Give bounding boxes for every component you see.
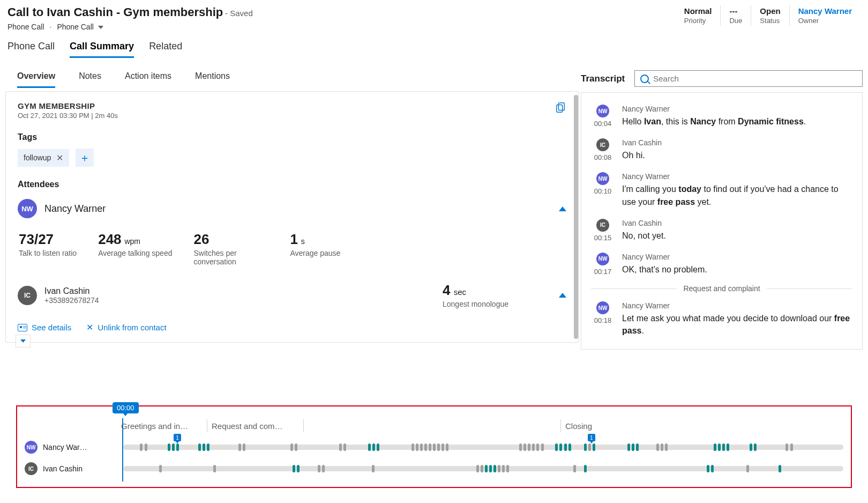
speech-blip — [584, 443, 587, 451]
avatar: NW — [18, 199, 37, 218]
avatar: NW — [596, 301, 609, 314]
utterance-text: Let me ask you what made you decide to d… — [622, 312, 852, 337]
segment-labels: Greetings and in…Request and com…Closing — [121, 419, 843, 432]
speech-blip — [424, 443, 427, 451]
attendee-name: Ivan Cashin — [44, 286, 99, 296]
speech-blip — [636, 443, 639, 451]
timeline: 00:00 Greetings and in…Request and com…C… — [16, 405, 852, 488]
tag-chip[interactable]: followup✕ — [18, 149, 69, 167]
stats-row: 73/27Talk to listen ratio248 wpmAverage … — [18, 231, 566, 266]
speech-blip — [238, 443, 241, 451]
transcript-section-divider: Request and complaint — [581, 281, 862, 296]
track-label: NWNancy War… — [25, 441, 116, 454]
speech-blip — [722, 443, 725, 451]
attendee-phone: +353892678274 — [44, 296, 99, 305]
speech-blip — [727, 443, 729, 451]
speech-blip — [555, 443, 558, 451]
subtab-notes[interactable]: Notes — [79, 71, 101, 88]
playhead-marker[interactable]: 00:00 — [113, 402, 139, 413]
transcript-utterance[interactable]: IC00:08Ivan CashinOh hi. — [581, 133, 862, 167]
close-icon: ✕ — [86, 322, 93, 332]
timestamp: 00:15 — [594, 234, 612, 242]
timeline-track: NWNancy War…11 — [25, 441, 843, 454]
tab-related[interactable]: Related — [149, 41, 182, 58]
attendee-nancy[interactable]: NW Nancy Warner — [18, 199, 566, 218]
timeline-segment[interactable]: Closing — [560, 419, 796, 432]
speech-blip — [498, 465, 500, 472]
breadcrumb-right-dropdown[interactable]: Phone Call — [57, 23, 103, 31]
speech-blip — [411, 443, 414, 451]
chevron-up-icon[interactable] — [559, 293, 566, 298]
utterance-text: Hello Ivan, this is Nancy from Dynamic f… — [622, 115, 852, 128]
stat: 73/27Talk to listen ratio — [19, 231, 77, 266]
meta-owner[interactable]: Nancy WarnerOwner — [789, 5, 860, 26]
chevron-up-icon[interactable] — [559, 206, 566, 211]
unlink-contact-link[interactable]: ✕ Unlink from contact — [86, 322, 166, 332]
track-bar[interactable]: 11 — [123, 445, 843, 450]
speaker-name: Ivan Cashin — [622, 138, 852, 147]
timeline-marker-icon[interactable]: 1 — [174, 434, 181, 441]
speech-blip — [754, 443, 757, 451]
speech-blip — [140, 443, 143, 451]
tag-row: followup✕＋ — [18, 149, 566, 167]
track-label: ICIvan Cashin — [25, 462, 116, 475]
attendee-name: Nancy Warner — [44, 203, 106, 214]
subtab-mentions[interactable]: Mentions — [195, 71, 230, 88]
speech-blip — [429, 443, 431, 451]
avatar: IC — [18, 286, 37, 305]
overview-card: GYM MEMBERSHIP Oct 27, 2021 03:30 PM | 2… — [5, 91, 579, 343]
tags-heading: Tags — [18, 132, 566, 142]
speech-blip — [627, 443, 630, 451]
speech-blip — [416, 443, 418, 451]
saved-indicator: - Saved — [225, 9, 253, 18]
timeline-segment[interactable]: Request and com… — [207, 419, 303, 432]
timeline-segment[interactable] — [303, 419, 560, 432]
close-icon[interactable]: ✕ — [56, 153, 63, 163]
subtab-overview[interactable]: Overview — [17, 71, 55, 88]
call-datetime: Oct 27, 2021 03:30 PM | 2m 40s — [18, 112, 118, 120]
utterance-text: OK, that's no problem. — [622, 263, 852, 276]
search-box[interactable] — [634, 70, 863, 87]
transcript-heading: Transcript — [581, 73, 625, 84]
see-details-link[interactable]: See details — [18, 322, 71, 332]
speaker-name: Nancy Warner — [622, 301, 852, 310]
breadcrumb-left: Phone Call — [8, 23, 44, 31]
expand-down-button[interactable] — [16, 335, 31, 347]
transcript-utterance[interactable]: IC00:15Ivan CashinNo, not yet. — [581, 213, 862, 247]
speech-blip — [568, 443, 571, 451]
search-input[interactable] — [653, 74, 857, 83]
scrollbar-icon[interactable] — [574, 95, 578, 339]
page-title: Call to Ivan Cashin - Gym membership — [8, 5, 223, 19]
transcript-utterance[interactable]: NW00:18Nancy WarnerLet me ask you what m… — [581, 296, 862, 342]
timeline-segment[interactable]: Greetings and in… — [121, 419, 207, 432]
transcript-utterance[interactable]: NW00:04Nancy WarnerHello Ivan, this is N… — [581, 99, 862, 133]
speech-blip — [588, 443, 591, 451]
call-subject: GYM MEMBERSHIP — [18, 101, 118, 110]
tab-phone-call[interactable]: Phone Call — [8, 41, 55, 58]
speech-blip — [176, 443, 179, 451]
transcript-utterance[interactable]: NW00:10Nancy WarnerI'm calling you today… — [581, 167, 862, 213]
meta-due: ---Due — [720, 5, 751, 26]
chevron-down-icon — [20, 339, 26, 343]
speech-blip — [198, 443, 201, 451]
speech-blip — [485, 465, 488, 472]
speech-blip — [442, 443, 444, 451]
longest-monologue-stat: 4 sec Longest monologue — [443, 282, 551, 308]
copy-icon[interactable] — [555, 101, 566, 113]
speech-blip — [213, 465, 216, 472]
add-tag-button[interactable]: ＋ — [76, 149, 94, 167]
timeline-marker-icon[interactable]: 1 — [588, 434, 595, 441]
speech-blip — [502, 465, 505, 472]
transcript-utterance[interactable]: NW00:17Nancy WarnerOK, that's no problem… — [581, 247, 862, 281]
breadcrumb: Phone Call · Phone Call — [8, 23, 253, 31]
speech-blip — [632, 443, 634, 451]
speech-blip — [593, 443, 595, 451]
subtab-action-items[interactable]: Action items — [125, 71, 171, 88]
track-bar[interactable] — [123, 466, 843, 471]
timestamp: 00:08 — [594, 153, 612, 161]
speech-blip — [493, 465, 496, 472]
speech-blip — [718, 443, 721, 451]
utterance-text: I'm calling you today to find out if you… — [622, 183, 852, 208]
tab-call-summary[interactable]: Call Summary — [70, 41, 134, 58]
meta-priority: NormalPriority — [676, 5, 721, 26]
